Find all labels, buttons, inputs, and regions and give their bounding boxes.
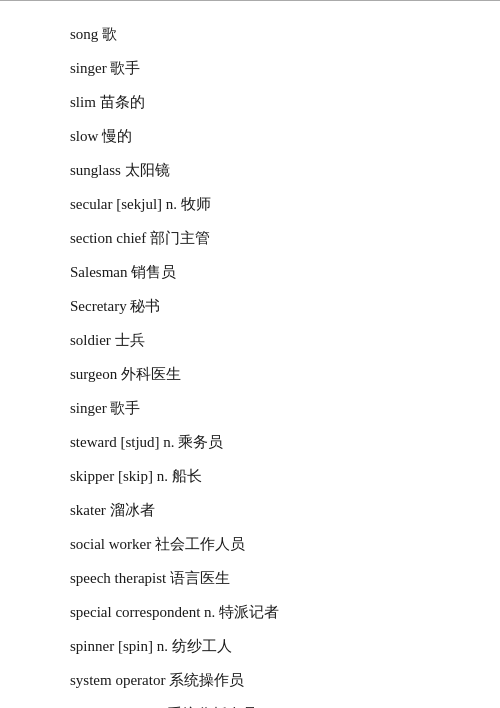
- list-item: song 歌: [70, 17, 440, 51]
- list-item: system operator 系统操作员: [70, 663, 440, 697]
- list-item: surgeon 外科医生: [70, 357, 440, 391]
- list-item: skater 溜冰者: [70, 493, 440, 527]
- list-item: section chief 部门主管: [70, 221, 440, 255]
- list-item: special correspondent n. 特派记者: [70, 595, 440, 629]
- list-item: skipper [skip] n. 船长: [70, 459, 440, 493]
- list-item: speech therapist 语言医生: [70, 561, 440, 595]
- vocab-list: song 歌singer 歌手slim 苗条的slow 慢的sunglass 太…: [0, 9, 500, 708]
- list-item: systems analyst 系统分析人员: [70, 697, 440, 708]
- list-item: social worker 社会工作人员: [70, 527, 440, 561]
- top-divider: [0, 0, 500, 1]
- list-item: secular [sekjul] n. 牧师: [70, 187, 440, 221]
- list-item: singer 歌手: [70, 51, 440, 85]
- list-item: slow 慢的: [70, 119, 440, 153]
- list-item: sunglass 太阳镜: [70, 153, 440, 187]
- list-item: slim 苗条的: [70, 85, 440, 119]
- list-item: singer 歌手: [70, 391, 440, 425]
- list-item: soldier 士兵: [70, 323, 440, 357]
- list-item: steward [stjud] n. 乘务员: [70, 425, 440, 459]
- list-item: Salesman 销售员: [70, 255, 440, 289]
- list-item: Secretary 秘书: [70, 289, 440, 323]
- list-item: spinner [spin] n. 纺纱工人: [70, 629, 440, 663]
